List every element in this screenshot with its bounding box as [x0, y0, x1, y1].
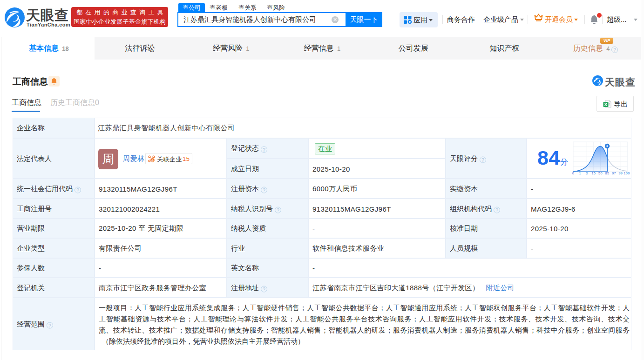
svg-text:100: 100 — [624, 171, 630, 175]
svg-text:99: 99 — [618, 171, 623, 175]
svg-text:15: 15 — [591, 171, 596, 175]
svg-text:50: 50 — [598, 171, 603, 175]
svg-text:97: 97 — [612, 171, 616, 175]
svg-text:3: 3 — [586, 171, 588, 175]
svg-text:85: 85 — [605, 171, 610, 175]
svg-text:企: 企 — [151, 159, 154, 162]
svg-text:1: 1 — [579, 171, 581, 175]
svg-text:0: 0 — [572, 171, 574, 175]
